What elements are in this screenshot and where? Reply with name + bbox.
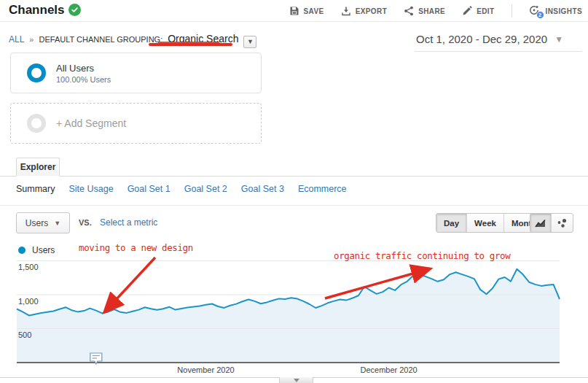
page-title: Channels bbox=[9, 3, 65, 18]
breadcrumb-separator: » bbox=[29, 35, 34, 44]
tabstrip-divider bbox=[0, 176, 588, 177]
metric-dropdown[interactable]: Users ▼ bbox=[16, 212, 70, 233]
export-button[interactable]: EXPORT bbox=[341, 6, 388, 16]
share-label: SHARE bbox=[418, 7, 445, 15]
edit-label: EDIT bbox=[477, 7, 494, 15]
y-tick-label: 1,000 bbox=[18, 297, 39, 306]
add-segment-card[interactable]: + Add Segment bbox=[10, 103, 262, 144]
x-tick-label: December 2020 bbox=[360, 365, 417, 374]
subtab-goal-set-1[interactable]: Goal Set 1 bbox=[128, 184, 170, 194]
add-segment-donut-icon bbox=[27, 114, 46, 133]
tab-explorer[interactable]: Explorer bbox=[16, 158, 60, 177]
share-icon bbox=[404, 6, 414, 16]
share-button[interactable]: SHARE bbox=[404, 6, 445, 16]
segment-subtitle: 100.00% Users bbox=[56, 75, 111, 84]
date-range-chevron-icon: ▼ bbox=[554, 34, 563, 45]
edit-button[interactable]: EDIT bbox=[462, 6, 494, 16]
expander-chevron-icon bbox=[294, 379, 299, 382]
y-tick-label: 500 bbox=[18, 330, 31, 339]
granularity-week-button[interactable]: Week bbox=[467, 214, 504, 232]
subtab-summary[interactable]: Summary bbox=[16, 184, 55, 194]
x-tick-label: November 2020 bbox=[177, 365, 234, 374]
bottom-panel-expander[interactable] bbox=[279, 377, 313, 383]
date-range-selector[interactable]: Oct 1, 2020 - Dec 29, 2020 ▼ bbox=[415, 30, 582, 52]
toolbar-divider bbox=[511, 4, 512, 18]
header-bar: Channels SAVE EXPORT SHARE EDIT bbox=[0, 0, 588, 22]
verified-check-icon bbox=[68, 4, 81, 16]
annotation-arrow-new-design bbox=[106, 258, 155, 311]
channel-grouping-dropdown[interactable]: ▼ bbox=[243, 36, 256, 48]
line-chart-type-button[interactable] bbox=[530, 214, 552, 232]
line-chart-icon bbox=[535, 218, 546, 228]
breadcrumb-all-link[interactable]: ALL bbox=[9, 34, 24, 45]
segment-donut-icon bbox=[27, 63, 46, 82]
metric-dropdown-chevron-icon: ▼ bbox=[54, 220, 60, 227]
segment-title: All Users bbox=[56, 63, 111, 74]
subtab-goal-set-2[interactable]: Goal Set 2 bbox=[184, 184, 227, 194]
subtab-ecommerce[interactable]: Ecommerce bbox=[298, 184, 347, 194]
y-tick-label: 1,500 bbox=[18, 263, 39, 271]
analytics-channels-page: Channels SAVE EXPORT SHARE EDIT bbox=[0, 0, 588, 383]
export-icon bbox=[341, 6, 351, 16]
insights-count-badge: 2 bbox=[536, 11, 544, 19]
vs-label: VS. bbox=[79, 218, 92, 227]
granularity-toggle: Day Week Month bbox=[436, 213, 544, 233]
red-underline-annotation-stroke bbox=[158, 42, 219, 43]
export-label: EXPORT bbox=[356, 7, 388, 15]
subtab-bar: Summary Site Usage Goal Set 1 Goal Set 2… bbox=[16, 184, 347, 194]
metric-bar: Users ▼ VS. Select a metric Day Week Mon… bbox=[0, 212, 588, 236]
annotation-text-growth: organic traffic continuing to grow bbox=[334, 250, 510, 261]
granularity-day-button[interactable]: Day bbox=[436, 214, 467, 232]
header-toolbar: SAVE EXPORT SHARE EDIT 2 INSIGHTS bbox=[289, 0, 582, 22]
select-a-metric-link[interactable]: Select a metric bbox=[100, 217, 157, 228]
motion-chart-type-button[interactable] bbox=[552, 214, 573, 232]
chart-type-toggle bbox=[530, 213, 573, 233]
save-label: SAVE bbox=[304, 7, 324, 15]
subtab-goal-set-3[interactable]: Goal Set 3 bbox=[241, 184, 284, 194]
traffic-over-time-chart: 5001,0001,500November 2020December 2020 bbox=[0, 241, 588, 383]
save-icon bbox=[289, 6, 299, 16]
channel-grouping-label: DEFAULT CHANNEL GROUPING: bbox=[39, 35, 162, 44]
insights-label: INSIGHTS bbox=[546, 7, 582, 15]
segment-all-users-card[interactable]: All Users 100.00% Users bbox=[10, 53, 262, 93]
breadcrumb-row: ALL » DEFAULT CHANNEL GROUPING: Organic … bbox=[0, 28, 588, 51]
metric-dropdown-value: Users bbox=[26, 218, 48, 228]
edit-pencil-icon bbox=[462, 6, 472, 16]
subtab-site-usage[interactable]: Site Usage bbox=[68, 184, 113, 194]
subtab-divider bbox=[0, 205, 588, 206]
date-range-text: Oct 1, 2020 - Dec 29, 2020 bbox=[416, 33, 547, 45]
insights-button[interactable]: 2 INSIGHTS bbox=[529, 5, 582, 17]
chart-area-fill bbox=[17, 269, 560, 363]
annotation-text-new-design: moving to a new design bbox=[79, 242, 193, 253]
add-segment-label: + Add Segment bbox=[56, 117, 126, 129]
scatter-dots-icon bbox=[557, 218, 568, 228]
save-button[interactable]: SAVE bbox=[289, 6, 324, 16]
red-underline-annotation bbox=[149, 43, 232, 46]
